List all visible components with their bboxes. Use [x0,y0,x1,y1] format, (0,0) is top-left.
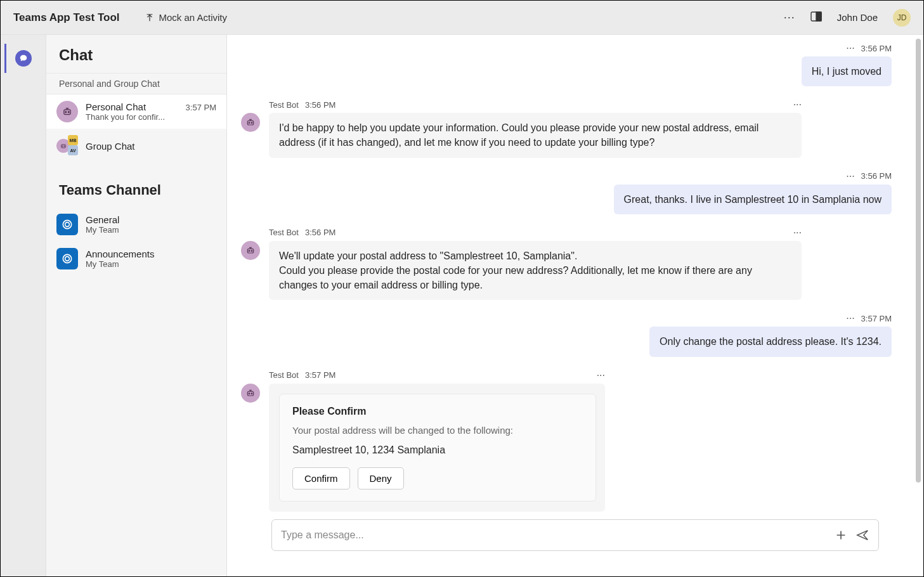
mock-activity-button[interactable]: Mock an Activity [145,12,228,23]
message-sender: Test Bot [269,370,299,380]
deny-button[interactable]: Deny [358,467,404,489]
message-bubble: I'd be happy to help you update your inf… [269,113,802,157]
app-title: Teams App Test Tool [13,11,120,24]
more-icon[interactable]: ··· [784,11,795,24]
svg-point-3 [65,112,67,113]
message-out: ··· 3:57 PM Only change the postal addre… [241,313,892,356]
adaptive-card: Please Confirm Your postal address will … [279,394,596,502]
group-avatar-icon: MB AV [56,135,78,157]
svg-point-4 [68,112,69,113]
bot-avatar-icon [241,241,260,260]
message-bubble: Great, thanks. I live in Samplestreet 10… [614,185,892,214]
svg-point-14 [251,122,252,124]
channel-team: My Team [86,259,216,269]
panel-toggle-icon[interactable] [810,11,822,25]
channel-announcements[interactable]: Announcements My Team [46,242,226,276]
svg-point-8 [63,220,71,228]
message-time: 3:57 PM [305,370,335,380]
svg-point-10 [63,254,71,263]
arrow-up-icon [145,13,154,22]
chat-entry-name: Group Chat [86,141,135,152]
composer [271,519,879,551]
message-in: Test Bot 3:56 PM ··· We'll update your p… [241,227,892,301]
svg-point-16 [249,250,250,252]
sidebar-chat-group[interactable]: MB AV Group Chat [46,129,226,163]
channel-icon [56,214,78,235]
chat-entry-preview: Thank you for confir... [86,112,216,122]
card-subtitle: Your postal address will be changed to t… [292,425,583,436]
mock-activity-label: Mock an Activity [159,12,228,23]
chat-entry-name: Personal Chat [86,101,146,112]
user-avatar[interactable]: JD [893,9,911,27]
message-more-icon[interactable]: ··· [846,313,854,324]
message-in-card: Test Bot 3:57 PM ··· Please Confirm Your… [241,370,892,512]
chat-heading: Chat [46,35,226,73]
chat-entry-time: 3:57 PM [186,103,216,112]
nav-rail [1,35,46,576]
send-icon[interactable] [856,528,869,542]
message-out: ··· 3:56 PM Great, thanks. I live in Sam… [241,171,892,214]
bot-avatar-icon [241,384,260,403]
username-label: John Doe [837,12,878,23]
plus-icon[interactable] [834,528,848,542]
message-sender: Test Bot [269,100,299,110]
message-time: 3:56 PM [305,100,335,110]
card-title: Please Confirm [292,406,583,417]
message-more-icon[interactable]: ··· [846,171,854,182]
channel-name: General [86,214,216,225]
channel-team: My Team [86,225,216,235]
chat-icon [15,50,32,67]
svg-point-13 [249,122,250,124]
message-out: ··· 3:56 PM Hi, I just moved [241,42,892,86]
message-in: Test Bot 3:56 PM ··· I'd be happy to hel… [241,99,892,157]
message-more-icon[interactable]: ··· [793,99,802,110]
confirm-button[interactable]: Confirm [292,467,350,489]
message-input[interactable] [281,529,826,541]
scrollbar[interactable] [916,39,921,483]
bot-avatar-icon [241,113,260,132]
topbar: Teams App Test Tool Mock an Activity ···… [1,1,923,35]
message-bubble: We'll update your postal address to "Sam… [269,241,802,301]
svg-rect-1 [816,12,821,21]
message-time: 3:56 PM [305,228,335,237]
message-more-icon[interactable]: ··· [793,227,802,238]
channel-icon [56,248,78,269]
channel-name: Announcements [86,249,216,259]
card-address: Samplestreet 10, 1234 Samplania [292,444,583,456]
svg-point-20 [251,392,252,394]
rail-chat[interactable] [4,44,34,73]
bot-avatar-icon [56,101,78,122]
sidebar: Chat Personal and Group Chat Personal Ch… [46,35,227,576]
svg-point-6 [62,146,63,146]
message-bubble: Only change the postal address please. I… [649,327,892,356]
svg-point-11 [65,257,70,261]
message-more-icon[interactable]: ··· [846,42,854,54]
svg-point-9 [65,223,70,227]
sidebar-chat-personal[interactable]: Personal Chat 3:57 PM Thank you for conf… [46,94,226,129]
svg-point-19 [249,392,250,394]
message-sender: Test Bot [269,228,299,237]
message-time: 3:56 PM [861,171,892,181]
channel-heading: Teams Channel [46,163,226,207]
svg-point-7 [64,146,65,146]
message-bubble: Hi, I just moved [802,56,892,86]
message-time: 3:56 PM [861,44,892,53]
message-more-icon[interactable]: ··· [597,370,605,381]
channel-general[interactable]: General My Team [46,207,226,242]
message-time: 3:57 PM [861,314,892,323]
section-label: Personal and Group Chat [46,73,226,94]
svg-point-17 [251,250,252,252]
conversation-pane: ··· 3:56 PM Hi, I just moved Test Bot 3:… [227,35,923,576]
